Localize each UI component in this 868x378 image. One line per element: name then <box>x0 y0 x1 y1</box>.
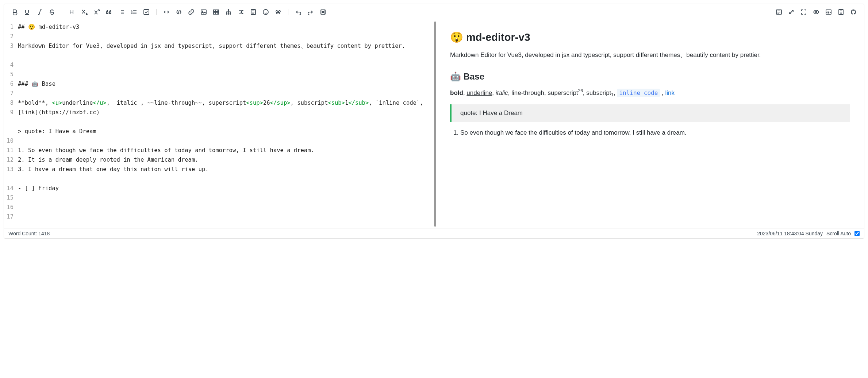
editor-main: 1234567891011121314151617 ## 😲 md-editor… <box>4 20 864 228</box>
quote-icon <box>106 9 112 15</box>
preview-quote: quote: I Have a Dream <box>450 104 850 122</box>
code-button[interactable]: / <box>173 7 184 18</box>
ol-button[interactable] <box>128 7 139 18</box>
preview-ol: So even though we face the difficulties … <box>450 128 850 138</box>
subscript-button[interactable] <box>79 7 90 18</box>
italic-icon <box>36 9 43 15</box>
line-number: 2 <box>4 32 14 41</box>
code-block-icon <box>163 9 170 15</box>
toolbar-separator <box>62 9 62 15</box>
preview-button[interactable] <box>811 7 822 18</box>
editor-container: / 1234567891011121314151617 ## 😲 md-edit… <box>4 4 864 239</box>
code-area[interactable]: ## 😲 md-editor-v3 Markdown Editor for Vu… <box>16 20 434 228</box>
undo-button[interactable] <box>293 7 304 18</box>
line-number: 4 <box>4 60 14 70</box>
note-icon <box>250 9 257 15</box>
svg-point-8 <box>230 13 231 14</box>
toolbar: / <box>4 4 864 20</box>
tree-button[interactable] <box>223 7 234 18</box>
emoji-icon <box>262 9 269 15</box>
butterfly-button[interactable] <box>273 7 284 18</box>
html-preview-icon <box>825 9 832 15</box>
code-line[interactable]: 3. I have a dream that one day this nati… <box>18 165 431 174</box>
page-view-button[interactable] <box>773 7 784 18</box>
redo-icon <box>307 9 314 15</box>
code-line[interactable] <box>18 174 431 184</box>
code-line[interactable]: 1. So even though we face the difficulti… <box>18 146 431 155</box>
list-item: So even though we face the difficulties … <box>460 128 850 138</box>
code-line[interactable] <box>18 51 431 60</box>
preview-pane: 😲 md-editor-v3 Markdown Editor for Vue3,… <box>436 20 864 228</box>
underline-button[interactable] <box>22 7 32 18</box>
catalog-icon <box>838 9 844 15</box>
code-line[interactable] <box>18 70 431 79</box>
code-icon: / <box>176 9 182 15</box>
expand-icon <box>788 9 795 15</box>
table-icon <box>213 9 219 15</box>
svg-text:/: / <box>178 11 179 14</box>
bold-button[interactable] <box>9 7 20 18</box>
ul-button[interactable] <box>116 7 127 18</box>
code-line[interactable]: Markdown Editor for Vue3, developed in j… <box>18 41 431 51</box>
github-button[interactable] <box>848 7 859 18</box>
catalog-button[interactable] <box>836 7 846 18</box>
fullscreen-button[interactable] <box>798 7 809 18</box>
superscript-button[interactable] <box>91 7 102 18</box>
code-line[interactable] <box>18 32 431 41</box>
undo-icon <box>295 9 302 15</box>
statusbar: Word Count: 1418 2023/06/11 18:43:04 Sun… <box>4 228 864 238</box>
line-number: 3 <box>4 41 14 60</box>
code-block-button[interactable] <box>161 7 172 18</box>
toolbar-separator <box>288 9 288 15</box>
line-number: 7 <box>4 89 14 98</box>
line-number: 10 <box>4 136 14 146</box>
code-line[interactable]: ### 🤖 Base <box>18 79 431 89</box>
toolbar-separator <box>156 9 157 15</box>
line-number: 8 <box>4 98 14 108</box>
svg-rect-4 <box>214 10 219 14</box>
link-button[interactable] <box>186 7 197 18</box>
code-line[interactable]: ## 😲 md-editor-v3 <box>18 22 431 32</box>
task-button[interactable] <box>141 7 152 18</box>
code-line[interactable]: 2. It is a dream deeply rooted in the Am… <box>18 155 431 165</box>
table-button[interactable] <box>211 7 222 18</box>
code-line[interactable] <box>18 117 431 127</box>
svg-rect-11 <box>321 10 325 14</box>
formula-button[interactable] <box>235 7 246 18</box>
code-line[interactable]: - [ ] Friday <box>18 184 431 193</box>
code-line[interactable] <box>18 89 431 98</box>
note-button[interactable] <box>248 7 259 18</box>
timestamp: 2023/06/11 18:43:04 Sunday <box>757 231 823 236</box>
line-number: 13 <box>4 165 14 184</box>
preview-link[interactable]: link <box>665 89 675 96</box>
html-preview-button[interactable] <box>823 7 834 18</box>
strikethrough-button[interactable] <box>46 7 57 18</box>
line-number: 5 <box>4 70 14 79</box>
quote-button[interactable] <box>104 7 115 18</box>
image-button[interactable] <box>198 7 209 18</box>
emoji-button[interactable] <box>260 7 271 18</box>
code-line[interactable]: > quote: I Have a Dream <box>18 127 431 136</box>
line-number: 11 <box>4 146 14 155</box>
line-number: 15 <box>4 193 14 202</box>
source-pane[interactable]: 1234567891011121314151617 ## 😲 md-editor… <box>4 20 434 228</box>
expand-button[interactable] <box>786 7 797 18</box>
scroll-auto-checkbox[interactable] <box>854 231 860 236</box>
heading-button[interactable] <box>66 7 77 18</box>
save-button[interactable] <box>318 7 329 18</box>
line-number: 14 <box>4 184 14 193</box>
preview-h3: 🤖 Base <box>450 72 850 82</box>
code-line[interactable] <box>18 136 431 146</box>
ul-icon <box>118 9 125 15</box>
redo-button[interactable] <box>305 7 316 18</box>
line-number: 6 <box>4 79 14 89</box>
preview-format-line: bold, underline, italic, line-through, s… <box>450 88 850 99</box>
code-line[interactable]: **bold**, <u>underline</u>, _italic_, ~~… <box>18 98 431 117</box>
italic-button[interactable] <box>34 7 45 18</box>
line-number: 1 <box>4 22 14 32</box>
ol-icon <box>131 9 137 15</box>
code-line[interactable] <box>18 60 431 70</box>
link-icon <box>188 9 195 15</box>
line-number: 12 <box>4 155 14 165</box>
tree-icon <box>225 9 232 15</box>
